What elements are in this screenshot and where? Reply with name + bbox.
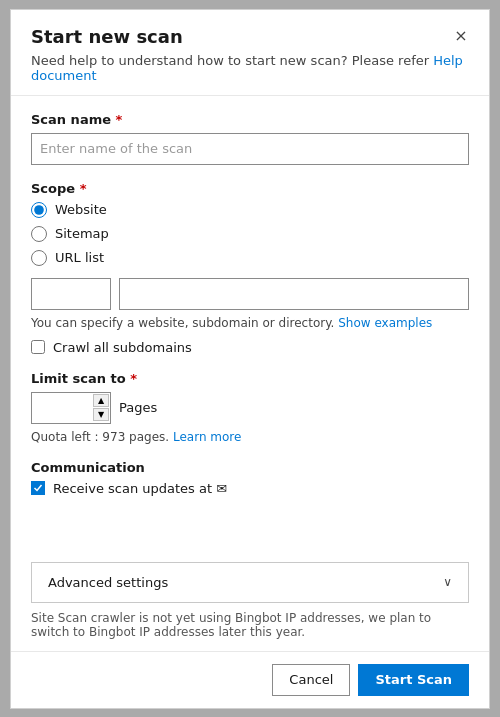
crawl-subdomains-label: Crawl all subdomains bbox=[53, 340, 192, 355]
scope-group: Scope * Website Sitemap URL list bbox=[31, 181, 469, 355]
advanced-title: Advanced settings bbox=[48, 575, 168, 590]
url-input-row bbox=[31, 278, 469, 310]
scope-urllist-item[interactable]: URL list bbox=[31, 250, 469, 266]
url-prefix-input[interactable] bbox=[31, 278, 111, 310]
subtitle-text: Need help to understand how to start new… bbox=[31, 53, 429, 68]
chevron-down-icon: ∨ bbox=[443, 575, 452, 589]
scope-urllist-radio[interactable] bbox=[31, 250, 47, 266]
learn-more-link[interactable]: Learn more bbox=[173, 430, 241, 444]
communication-checkbox[interactable] bbox=[31, 481, 45, 495]
communication-label: Communication bbox=[31, 460, 469, 475]
limit-required-star: * bbox=[130, 371, 137, 386]
modal-footer: Cancel Start Scan bbox=[11, 651, 489, 708]
limit-row: ▲ ▼ Pages bbox=[31, 392, 469, 424]
modal-body: Scan name * Scope * Website bbox=[11, 96, 489, 562]
spinner-up-button[interactable]: ▲ bbox=[93, 394, 109, 407]
limit-scan-label: Limit scan to * bbox=[31, 371, 469, 386]
communication-checkbox-label: Receive scan updates at ✉ bbox=[53, 481, 227, 496]
scan-name-input[interactable] bbox=[31, 133, 469, 165]
checkmark-icon bbox=[33, 483, 43, 493]
quota-text: Quota left : 973 pages. Learn more bbox=[31, 430, 469, 444]
url-main-input[interactable] bbox=[119, 278, 469, 310]
cancel-button[interactable]: Cancel bbox=[272, 664, 350, 696]
crawl-subdomains-item[interactable]: Crawl all subdomains bbox=[31, 340, 469, 355]
communication-group: Communication Receive scan updates at ✉ bbox=[31, 460, 469, 496]
modal-subtitle: Need help to understand how to start new… bbox=[31, 53, 469, 83]
crawl-subdomains-checkbox[interactable] bbox=[31, 340, 45, 354]
scope-website-item[interactable]: Website bbox=[31, 202, 469, 218]
limit-scan-group: Limit scan to * ▲ ▼ Pages Quota left : 9… bbox=[31, 371, 469, 444]
scope-sitemap-label: Sitemap bbox=[55, 226, 109, 241]
scope-sitemap-radio[interactable] bbox=[31, 226, 47, 242]
modal-overlay: Start new scan Need help to understand h… bbox=[0, 0, 500, 717]
scope-website-label: Website bbox=[55, 202, 107, 217]
scope-urllist-label: URL list bbox=[55, 250, 104, 265]
notice-text: Site Scan crawler is not yet using Bingb… bbox=[11, 603, 489, 651]
scan-name-group: Scan name * bbox=[31, 112, 469, 165]
spinner-wrap: ▲ ▼ bbox=[31, 392, 111, 424]
required-star: * bbox=[116, 112, 123, 127]
close-button[interactable]: × bbox=[449, 24, 473, 48]
modal-header: Start new scan Need help to understand h… bbox=[11, 10, 489, 96]
helper-text: You can specify a website, subdomain or … bbox=[31, 316, 469, 330]
start-scan-button[interactable]: Start Scan bbox=[358, 664, 469, 696]
scan-name-label: Scan name * bbox=[31, 112, 469, 127]
communication-checkbox-row: Receive scan updates at ✉ bbox=[31, 481, 469, 496]
scope-sitemap-item[interactable]: Sitemap bbox=[31, 226, 469, 242]
scope-website-radio[interactable] bbox=[31, 202, 47, 218]
spinner-buttons: ▲ ▼ bbox=[93, 394, 109, 421]
modal: Start new scan Need help to understand h… bbox=[10, 9, 490, 709]
scope-radio-group: Website Sitemap URL list bbox=[31, 202, 469, 266]
show-examples-link[interactable]: Show examples bbox=[338, 316, 432, 330]
scope-label: Scope * bbox=[31, 181, 469, 196]
spinner-down-button[interactable]: ▼ bbox=[93, 408, 109, 421]
modal-title: Start new scan bbox=[31, 26, 469, 47]
scope-required-star: * bbox=[80, 181, 87, 196]
advanced-section: Advanced settings ∨ bbox=[31, 562, 469, 603]
pages-label: Pages bbox=[119, 400, 157, 415]
advanced-header[interactable]: Advanced settings ∨ bbox=[32, 563, 468, 602]
